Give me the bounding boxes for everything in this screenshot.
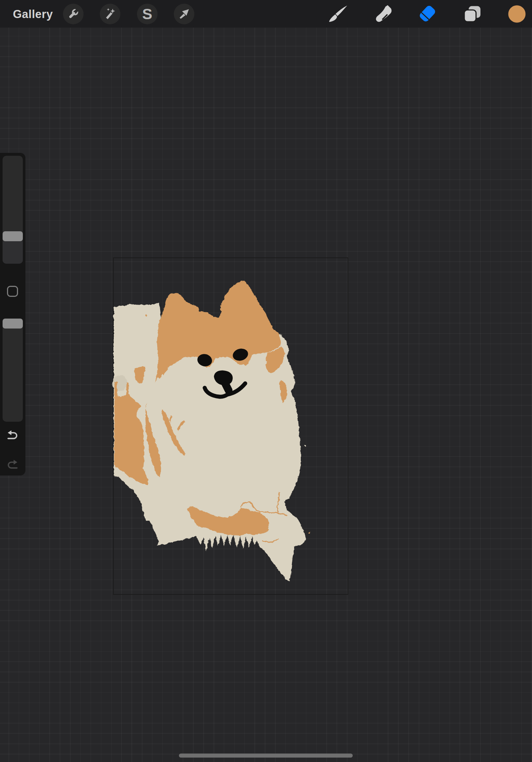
svg-text:S: S [142, 6, 152, 22]
